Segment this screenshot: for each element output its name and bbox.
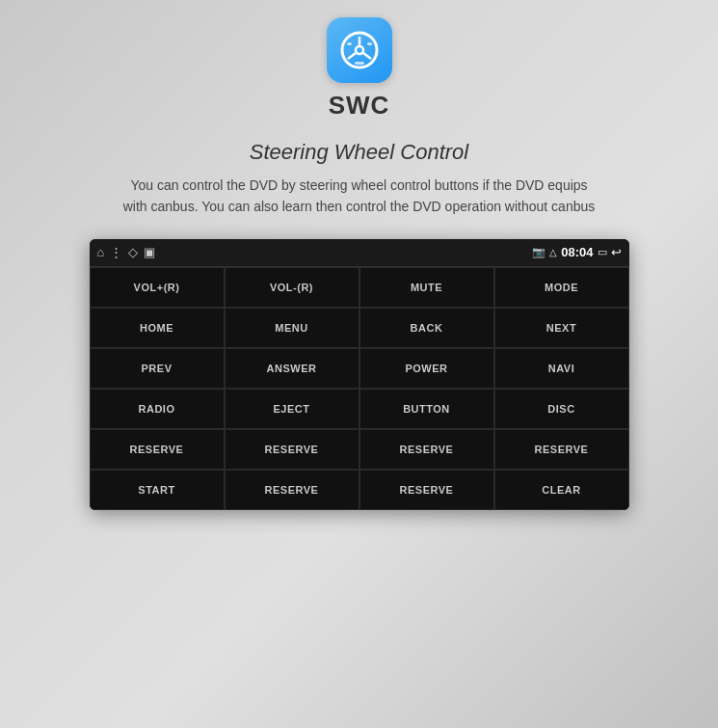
grid-cell-power-2-2[interactable]: POWER xyxy=(359,348,494,389)
svg-rect-5 xyxy=(347,42,352,45)
steering-wheel-icon xyxy=(338,29,381,71)
grid-cell-reserve-5-1[interactable]: RESERVE xyxy=(225,470,359,510)
grid-cell-mute-0-2[interactable]: MUTE xyxy=(359,267,494,308)
grid-cell-start-5-0[interactable]: START xyxy=(90,470,225,510)
signal-icon: △ xyxy=(549,247,557,257)
grid-cell-clear-5-3[interactable]: CLEAR xyxy=(494,470,629,510)
section-title: Steering Wheel Control xyxy=(250,140,468,165)
svg-line-3 xyxy=(363,53,371,59)
svg-line-4 xyxy=(348,53,356,59)
grid-cell-reserve-5-2[interactable]: RESERVE xyxy=(359,470,494,510)
grid-cell-home-1-0[interactable]: HOME xyxy=(90,308,225,348)
svg-point-1 xyxy=(356,46,363,54)
grid-cell-menu-1-1[interactable]: MENU xyxy=(225,308,359,348)
grid-cell-back-1-2[interactable]: BACK xyxy=(359,308,494,348)
main-content: SWC Steering Wheel Control You can contr… xyxy=(0,0,718,510)
app-title: SWC xyxy=(329,91,390,121)
status-right-area: 📷 △ 08:04 ▭ ↩ xyxy=(532,245,621,259)
grid-cell-reserve-4-1[interactable]: RESERVE xyxy=(225,429,359,470)
grid-cell-button-3-2[interactable]: BUTTON xyxy=(359,389,494,429)
grid-cell-reserve-4-2[interactable]: RESERVE xyxy=(359,429,494,470)
grid-cell-reserve-4-0[interactable]: RESERVE xyxy=(90,429,225,470)
description-text: You can control the DVD by steering whee… xyxy=(109,175,610,218)
grid-cell-disc-3-3[interactable]: DISC xyxy=(494,389,629,429)
svg-rect-6 xyxy=(367,42,372,45)
dots-icon: ⋮ xyxy=(110,245,122,259)
time-display: 08:04 xyxy=(561,245,593,259)
battery-icon: ▭ xyxy=(598,246,607,258)
app-icon xyxy=(327,17,392,83)
grid-cell-prev-2-0[interactable]: PREV xyxy=(90,348,225,389)
back-icon: ↩ xyxy=(611,245,622,259)
grid-cell-answer-2-1[interactable]: ANSWER xyxy=(225,348,359,389)
grid-cell-next-1-3[interactable]: NEXT xyxy=(494,308,629,348)
grid-cell-navi-2-3[interactable]: NAVI xyxy=(494,348,629,389)
grid-cell-vol--r--0-1[interactable]: VOL-(R) xyxy=(225,267,359,308)
home-nav-icon: ⌂ xyxy=(97,245,105,259)
grid-cell-radio-3-0[interactable]: RADIO xyxy=(90,389,225,429)
gallery-icon: ▣ xyxy=(144,245,155,259)
grid-cell-reserve-4-3[interactable]: RESERVE xyxy=(494,429,629,470)
brightness-icon: ◇ xyxy=(128,245,138,259)
button-grid: VOL+(R)VOL-(R)MUTEMODEHOMEMENUBACKNEXTPR… xyxy=(90,266,629,510)
grid-cell-mode-0-3[interactable]: MODE xyxy=(494,267,629,308)
grid-cell-vol--r--0-0[interactable]: VOL+(R) xyxy=(90,267,225,308)
bluetooth-icon: 📷 xyxy=(532,246,545,258)
grid-cell-eject-3-1[interactable]: EJECT xyxy=(225,389,359,429)
svg-rect-7 xyxy=(355,62,364,65)
status-bar: ⌂ ⋮ ◇ ▣ 📷 △ 08:04 ▭ ↩ xyxy=(90,239,629,266)
status-left-icons: ⌂ ⋮ ◇ ▣ xyxy=(97,245,156,259)
device-frame: ⌂ ⋮ ◇ ▣ 📷 △ 08:04 ▭ ↩ VOL+(R)VOL-(R)MUTE… xyxy=(90,239,629,510)
